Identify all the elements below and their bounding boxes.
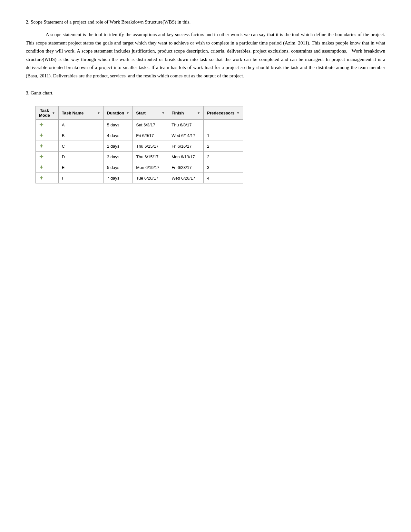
cell-start: Thu 6/15/17 [133, 141, 168, 152]
col-header-start[interactable]: Start ▼ [133, 106, 168, 120]
cell-predecessors: 2 [204, 141, 243, 152]
table-row: ✦A5 daysSat 6/3/17Thu 6/8/17 [36, 120, 243, 130]
cell-duration: 5 days [103, 120, 132, 130]
task-mode-icon: ✦ [39, 175, 44, 181]
gantt-table-wrapper: TaskMode ▼ Task Name ▼ Duration ▼ [35, 106, 385, 183]
section-3: 3. Gantt chart. TaskMode ▼ Task Name ▼ [26, 90, 385, 183]
cell-finish: Fri 6/23/17 [168, 162, 204, 173]
cell-task-mode: ✦ [36, 130, 59, 141]
cell-finish: Fri 6/16/17 [168, 141, 204, 152]
cell-task-name: F [58, 173, 103, 183]
table-header-row: TaskMode ▼ Task Name ▼ Duration ▼ [36, 106, 243, 120]
col-header-finish[interactable]: Finish ▼ [168, 106, 204, 120]
cell-start: Fri 6/9/17 [133, 130, 168, 141]
col-header-task-mode-label: TaskMode [39, 108, 50, 118]
cell-start: Sat 6/3/17 [133, 120, 168, 130]
col-header-task-name[interactable]: Task Name ▼ [58, 106, 103, 120]
table-row: ✦D3 daysThu 6/15/17Mon 6/19/172 [36, 152, 243, 162]
col-header-duration[interactable]: Duration ▼ [103, 106, 132, 120]
col-header-task-mode[interactable]: TaskMode ▼ [36, 106, 59, 120]
col-header-predecessors[interactable]: Predecessors ▼ [204, 106, 243, 120]
cell-duration: 4 days [103, 130, 132, 141]
cell-predecessors: 2 [204, 152, 243, 162]
task-mode-icon: ✦ [39, 122, 44, 128]
cell-finish: Wed 6/28/17 [168, 173, 204, 183]
cell-duration: 2 days [103, 141, 132, 152]
cell-start: Mon 6/19/17 [133, 162, 168, 173]
cell-predecessors: 3 [204, 162, 243, 173]
cell-finish: Wed 6/14/17 [168, 130, 204, 141]
col-header-duration-label: Duration [107, 111, 124, 115]
task-mode-icon: ✦ [39, 132, 44, 139]
col-header-task-name-label: Task Name [62, 111, 84, 115]
cell-duration: 3 days [103, 152, 132, 162]
task-mode-icon: ✦ [39, 153, 44, 160]
cell-task-mode: ✦ [36, 141, 59, 152]
predecessors-dropdown-arrow[interactable]: ▼ [237, 111, 240, 115]
cell-task-name: D [58, 152, 103, 162]
cell-duration: 7 days [103, 173, 132, 183]
cell-start: Thu 6/15/17 [133, 152, 168, 162]
cell-duration: 5 days [103, 162, 132, 173]
cell-task-mode: ✦ [36, 152, 59, 162]
col-header-start-label: Start [136, 111, 146, 115]
task-mode-icon: ✦ [39, 143, 44, 149]
finish-dropdown-arrow[interactable]: ▼ [197, 111, 200, 115]
cell-task-mode: ✦ [36, 120, 59, 130]
task-mode-dropdown-arrow[interactable]: ▼ [52, 111, 55, 115]
table-row: ✦F7 daysTue 6/20/17Wed 6/28/174 [36, 173, 243, 183]
duration-dropdown-arrow[interactable]: ▼ [126, 111, 129, 115]
task-name-dropdown-arrow[interactable]: ▼ [97, 111, 100, 115]
cell-finish: Thu 6/8/17 [168, 120, 204, 130]
gantt-table: TaskMode ▼ Task Name ▼ Duration ▼ [35, 106, 243, 183]
table-row: ✦C2 daysThu 6/15/17Fri 6/16/172 [36, 141, 243, 152]
cell-predecessors: 1 [204, 130, 243, 141]
cell-task-mode: ✦ [36, 173, 59, 183]
table-row: ✦E5 daysMon 6/19/17Fri 6/23/173 [36, 162, 243, 173]
section-2-paragraph: A scope statement is the tool to identif… [26, 31, 385, 80]
cell-task-mode: ✦ [36, 162, 59, 173]
cell-predecessors: 4 [204, 173, 243, 183]
table-row: ✦B4 daysFri 6/9/17Wed 6/14/171 [36, 130, 243, 141]
cell-task-name: A [58, 120, 103, 130]
cell-predecessors [204, 120, 243, 130]
col-header-finish-label: Finish [171, 111, 184, 115]
cell-finish: Mon 6/19/17 [168, 152, 204, 162]
col-header-predecessors-label: Predecessors [207, 111, 234, 115]
cell-start: Tue 6/20/17 [133, 173, 168, 183]
section-2-heading: 2. Scope Statement of a project and role… [26, 19, 191, 25]
cell-task-name: B [58, 130, 103, 141]
cell-task-name: E [58, 162, 103, 173]
start-dropdown-arrow[interactable]: ▼ [161, 111, 165, 115]
section-2: 2. Scope Statement of a project and role… [26, 19, 385, 80]
task-mode-icon: ✦ [39, 164, 44, 171]
cell-task-name: C [58, 141, 103, 152]
section-3-heading: 3. Gantt chart. [26, 90, 54, 96]
